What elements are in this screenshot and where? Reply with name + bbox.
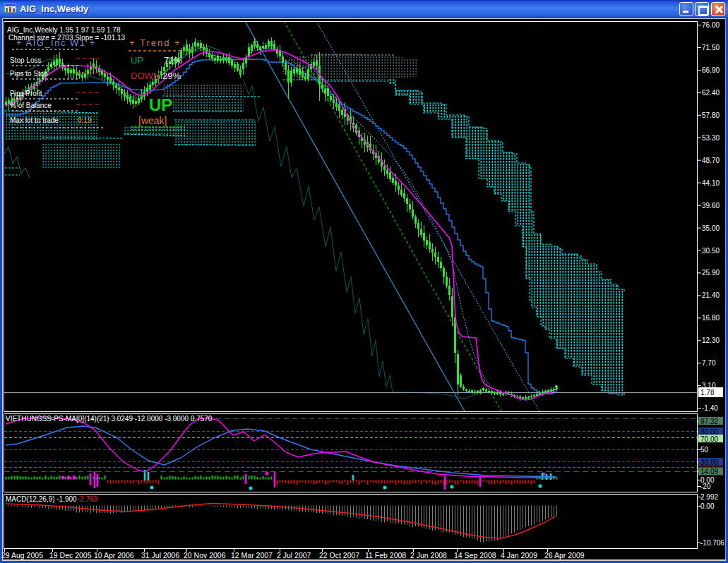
- svg-text:30.00: 30.00: [700, 459, 718, 466]
- svg-text:[weak]: [weak]: [138, 115, 167, 126]
- svg-text:29%: 29%: [162, 71, 181, 81]
- svg-text:0.00: 0.00: [700, 502, 715, 510]
- svg-text:DOWN: DOWN: [131, 71, 160, 81]
- svg-text:1.78: 1.78: [700, 389, 715, 396]
- svg-text:20 Nov 2006: 20 Nov 2006: [184, 551, 226, 559]
- svg-text:-2.769: -2.769: [78, 495, 98, 503]
- svg-text:VIETHUNGSS-PS-MA[0](14)(21) 3.: VIETHUNGSS-PS-MA[0](14)(21) 3.0249 -12.0…: [6, 415, 213, 423]
- svg-text:12 Mar 2007: 12 Mar 2007: [231, 551, 273, 559]
- svg-text:26 Apr 2009: 26 Apr 2009: [544, 551, 585, 559]
- svg-text:19 Dec 2005: 19 Dec 2005: [49, 551, 92, 559]
- svg-text:16.80: 16.80: [702, 314, 720, 322]
- svg-text:7.70: 7.70: [702, 359, 716, 367]
- svg-text:66.90: 66.90: [702, 66, 720, 74]
- svg-text:62.40: 62.40: [702, 89, 720, 97]
- svg-text:MACD(12,26,9) -1.900: MACD(12,26,9) -1.900: [6, 495, 77, 503]
- svg-text:Max lot to trade: Max lot to trade: [10, 116, 59, 124]
- svg-text:71%: 71%: [164, 55, 182, 66]
- svg-text:-10.706: -10.706: [700, 539, 724, 547]
- svg-text:2 Jun 2008: 2 Jun 2008: [410, 551, 447, 559]
- svg-text:76.00: 76.00: [702, 21, 720, 29]
- svg-text:57.80: 57.80: [702, 111, 720, 119]
- svg-text:50: 50: [700, 446, 709, 454]
- svg-text:AIG_Inc,Weekly 1.95 1.97 1.59: AIG_Inc,Weekly 1.95 1.97 1.59 1.78: [7, 26, 121, 34]
- svg-text:10 Apr 2006: 10 Apr 2006: [94, 551, 134, 559]
- svg-text:39.60: 39.60: [702, 202, 720, 210]
- svg-text:29 Aug 2005: 29 Aug 2005: [1, 551, 43, 559]
- svg-text:70.00: 70.00: [700, 435, 718, 443]
- svg-text:53.30: 53.30: [702, 134, 720, 142]
- svg-text:25.90: 25.90: [702, 269, 720, 277]
- svg-text:2.992: 2.992: [700, 493, 718, 501]
- svg-text:% of Balance: % of Balance: [10, 102, 52, 109]
- svg-text:22 Oct 2007: 22 Oct 2007: [319, 551, 359, 559]
- svg-text:12.30: 12.30: [702, 337, 720, 344]
- svg-text:+ Trend +: + Trend +: [129, 37, 181, 48]
- svg-text:UP: UP: [149, 95, 172, 114]
- svg-text:31 Jul 2006: 31 Jul 2006: [141, 551, 179, 559]
- svg-text:UP: UP: [131, 55, 143, 66]
- svg-text:14 Sep 2008: 14 Sep 2008: [454, 551, 496, 559]
- svg-text:+ AIG_Inc W1 +: + AIG_Inc W1 +: [16, 37, 96, 48]
- svg-text:21.40: 21.40: [702, 291, 720, 299]
- svg-text:11 Feb 2008: 11 Feb 2008: [365, 551, 406, 559]
- svg-text:-1.40: -1.40: [702, 404, 718, 412]
- svg-text:35.00: 35.00: [702, 224, 720, 232]
- svg-text:71.50: 71.50: [702, 44, 720, 52]
- svg-text:48.70: 48.70: [702, 157, 720, 164]
- svg-text:2 Jul 2007: 2 Jul 2007: [277, 551, 311, 559]
- svg-text:-20: -20: [700, 483, 711, 490]
- svg-text:0.19: 0.19: [78, 116, 92, 124]
- svg-text:Pips to Stop: Pips to Stop: [10, 70, 48, 78]
- svg-text:Pips Profit: Pips Profit: [10, 90, 42, 97]
- svg-text:44.10: 44.10: [702, 179, 720, 187]
- svg-text:14.09: 14.09: [700, 468, 718, 476]
- svg-text:4 Jan 2009: 4 Jan 2009: [501, 551, 537, 559]
- svg-text:30.50: 30.50: [702, 247, 720, 255]
- svg-text:97.32: 97.32: [700, 418, 718, 425]
- svg-text:Stop Loss: Stop Loss: [10, 56, 41, 64]
